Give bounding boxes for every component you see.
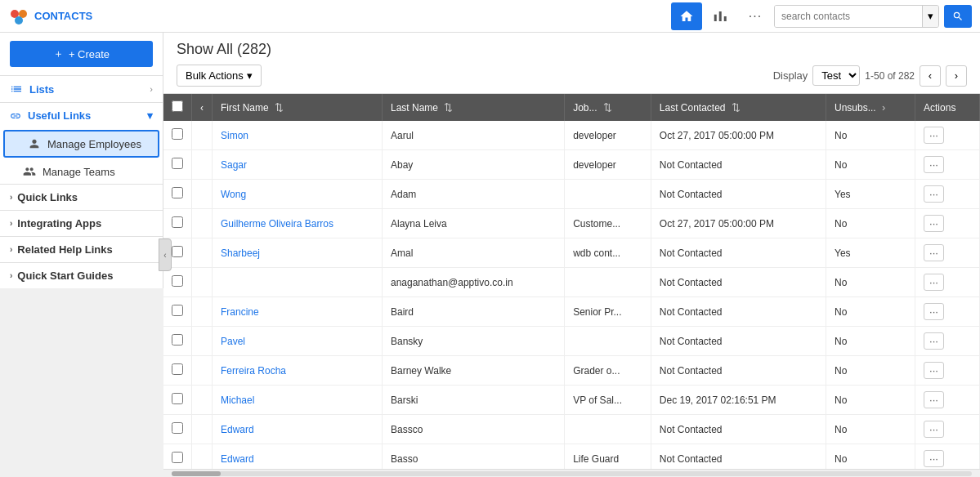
prev-page-button[interactable]: ‹ bbox=[920, 65, 941, 87]
row-checkbox[interactable] bbox=[163, 268, 192, 297]
row-checkbox[interactable] bbox=[163, 327, 192, 356]
bulk-actions-button[interactable]: Bulk Actions ▾ bbox=[177, 65, 262, 87]
display-select[interactable]: Test bbox=[812, 65, 860, 86]
link-icon bbox=[10, 110, 21, 122]
useful-links-header[interactable]: Useful Links ▾ bbox=[0, 103, 163, 128]
cell-last-name: Adam bbox=[383, 180, 565, 209]
row-select-checkbox[interactable] bbox=[172, 246, 183, 257]
row-select-checkbox[interactable] bbox=[172, 305, 183, 316]
cell-actions[interactable]: ··· bbox=[915, 150, 980, 180]
row-actions-button[interactable]: ··· bbox=[924, 421, 944, 438]
th-job[interactable]: Job... ⇅ bbox=[565, 94, 651, 121]
row-actions-button[interactable]: ··· bbox=[924, 303, 944, 320]
home-button[interactable] bbox=[671, 2, 702, 30]
select-all-checkbox[interactable] bbox=[172, 100, 183, 112]
sidebar-item-lists[interactable]: Lists › bbox=[0, 76, 163, 102]
th-last-name[interactable]: Last Name ⇅ bbox=[383, 94, 565, 121]
row-checkbox[interactable] bbox=[163, 121, 192, 150]
table-row: Edward Basso Life Guard Not Contacted No… bbox=[163, 444, 980, 470]
cell-first-name: Sharbeej bbox=[213, 238, 383, 268]
row-actions-button[interactable]: ··· bbox=[924, 156, 944, 173]
cell-last-contacted: Not Contacted bbox=[651, 327, 826, 356]
row-select-checkbox[interactable] bbox=[172, 216, 183, 228]
cell-unsub: No bbox=[826, 444, 915, 470]
sidebar-item-manage-teams[interactable]: Manage Teams bbox=[0, 159, 163, 184]
cell-last-name: Bassco bbox=[383, 415, 565, 444]
row-actions-button[interactable]: ··· bbox=[924, 127, 944, 144]
th-unsub[interactable]: Unsubs... › bbox=[826, 94, 915, 121]
row-actions-button[interactable]: ··· bbox=[924, 391, 944, 408]
sidebar: ＋ + Create Lists › Useful Links bbox=[0, 33, 163, 288]
row-actions-button[interactable]: ··· bbox=[924, 274, 944, 291]
row-checkbox[interactable] bbox=[163, 415, 192, 444]
sidebar-item-quick-links[interactable]: › Quick Links bbox=[0, 185, 163, 210]
cell-first-name: Edward bbox=[213, 444, 383, 470]
cell-actions[interactable]: ··· bbox=[915, 356, 980, 386]
more-button[interactable]: ··· bbox=[740, 2, 771, 30]
row-actions-inline bbox=[192, 180, 213, 209]
table-row: Simon Aarul developer Oct 27, 2017 05:00… bbox=[163, 121, 980, 150]
row-actions-button[interactable]: ··· bbox=[924, 244, 944, 261]
search-dropdown-button[interactable]: ▾ bbox=[922, 6, 938, 27]
row-select-checkbox[interactable] bbox=[172, 334, 183, 345]
chart-icon bbox=[714, 9, 728, 24]
row-select-checkbox[interactable] bbox=[172, 363, 183, 375]
row-actions-button[interactable]: ··· bbox=[924, 185, 944, 203]
table-row: anaganathan@apptivo.co.in Not Contacted … bbox=[163, 268, 980, 297]
row-checkbox[interactable] bbox=[163, 297, 192, 327]
sidebar-item-quick-start[interactable]: › Quick Start Guides bbox=[0, 263, 163, 288]
cell-actions[interactable]: ··· bbox=[915, 297, 980, 327]
row-actions-inline bbox=[192, 415, 213, 444]
cell-unsub: No bbox=[826, 121, 915, 150]
sidebar-collapse-handle[interactable]: ‹ bbox=[159, 238, 172, 271]
cell-actions[interactable]: ··· bbox=[915, 415, 980, 444]
row-actions-inline bbox=[192, 297, 213, 327]
cell-actions[interactable]: ··· bbox=[915, 180, 980, 209]
row-checkbox[interactable] bbox=[163, 209, 192, 238]
cell-actions[interactable]: ··· bbox=[915, 268, 980, 297]
row-select-checkbox[interactable] bbox=[172, 158, 183, 169]
table-row: Ferreira Rocha Barney Walke Grader o... … bbox=[163, 356, 980, 386]
cell-actions[interactable]: ··· bbox=[915, 209, 980, 238]
row-actions-inline bbox=[192, 209, 213, 238]
next-page-button[interactable]: › bbox=[946, 65, 967, 87]
cell-actions[interactable]: ··· bbox=[915, 444, 980, 470]
chart-button[interactable] bbox=[705, 2, 736, 30]
row-select-checkbox[interactable] bbox=[172, 452, 183, 463]
integrating-apps-caret: › bbox=[10, 219, 12, 228]
create-button[interactable]: ＋ + Create bbox=[10, 41, 153, 67]
row-checkbox[interactable] bbox=[163, 150, 192, 180]
cell-actions[interactable]: ··· bbox=[915, 238, 980, 268]
row-select-checkbox[interactable] bbox=[172, 422, 183, 434]
integrating-apps-section: › Integrating Apps bbox=[0, 210, 163, 236]
cell-first-name: Pavel bbox=[213, 327, 383, 356]
cell-actions[interactable]: ··· bbox=[915, 386, 980, 415]
search-button[interactable] bbox=[944, 5, 972, 28]
cell-actions[interactable]: ··· bbox=[915, 121, 980, 150]
sidebar-item-manage-employees[interactable]: Manage Employees bbox=[3, 130, 159, 158]
search-input[interactable] bbox=[775, 6, 922, 27]
row-actions-button[interactable]: ··· bbox=[924, 362, 944, 379]
th-last-contacted[interactable]: Last Contacted ⇅ bbox=[651, 94, 826, 121]
cell-actions[interactable]: ··· bbox=[915, 327, 980, 356]
row-checkbox[interactable] bbox=[163, 386, 192, 415]
row-select-checkbox[interactable] bbox=[172, 128, 183, 140]
sidebar-item-integrating-apps[interactable]: › Integrating Apps bbox=[0, 211, 163, 236]
row-checkbox[interactable] bbox=[163, 444, 192, 470]
scrollbar-thumb[interactable] bbox=[172, 471, 221, 476]
row-actions-button[interactable]: ··· bbox=[924, 450, 944, 467]
th-first-name[interactable]: First Name ⇅ bbox=[213, 94, 383, 121]
row-actions-button[interactable]: ··· bbox=[924, 215, 944, 232]
row-checkbox[interactable] bbox=[163, 180, 192, 209]
sidebar-item-related-help[interactable]: › Related Help Links bbox=[0, 237, 163, 262]
row-actions-button[interactable]: ··· bbox=[924, 332, 944, 350]
row-checkbox[interactable] bbox=[163, 356, 192, 386]
horizontal-scrollbar[interactable] bbox=[163, 469, 980, 477]
cell-first-name: Sagar bbox=[213, 150, 383, 180]
cell-first-name: Wong bbox=[213, 180, 383, 209]
th-actions: Actions bbox=[915, 94, 980, 121]
row-select-checkbox[interactable] bbox=[172, 187, 183, 198]
th-nav[interactable]: ‹ bbox=[192, 94, 213, 121]
row-select-checkbox[interactable] bbox=[172, 275, 183, 287]
row-select-checkbox[interactable] bbox=[172, 393, 183, 404]
